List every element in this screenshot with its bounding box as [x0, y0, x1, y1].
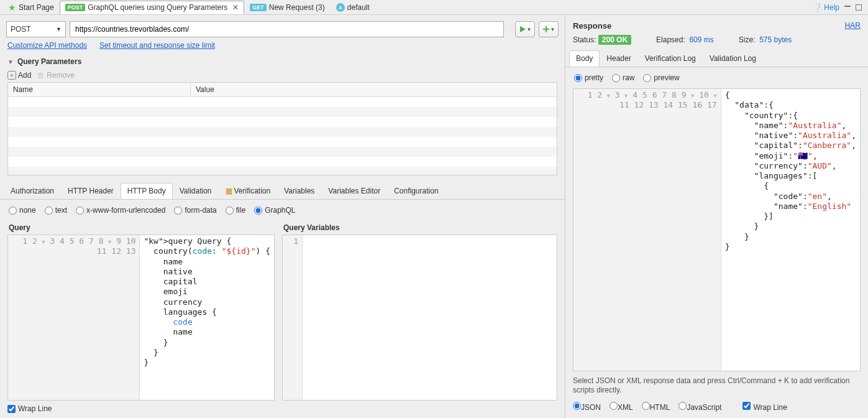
- tab-start-page[interactable]: ★ Start Page: [2, 1, 60, 14]
- help-button[interactable]: ❔ Help: [812, 2, 839, 12]
- tab-new-request[interactable]: GET New Request (3): [244, 1, 331, 14]
- url-input[interactable]: [70, 21, 504, 37]
- verification-icon: ▦: [226, 187, 232, 195]
- radio-graphql[interactable]: GraphQL: [254, 206, 295, 215]
- tab-label: New Request (3): [269, 3, 325, 12]
- tab-variables-editor[interactable]: Variables Editor: [321, 183, 387, 199]
- radio-js[interactable]: JavaScript: [678, 402, 721, 412]
- maximize-icon[interactable]: [856, 4, 862, 11]
- resp-tab-body[interactable]: Body: [569, 50, 600, 67]
- radio-pretty[interactable]: pretty: [574, 73, 603, 82]
- top-tab-bar: ★ Start Page POST GraphQL queries using …: [0, 0, 868, 15]
- har-link[interactable]: HAR: [845, 21, 861, 30]
- tab-validation[interactable]: Validation: [173, 183, 219, 199]
- column-value: Value: [191, 83, 557, 96]
- tab-label: default: [347, 3, 370, 12]
- body-type-selector: none text x-www-form-urlencoded form-dat…: [0, 200, 565, 221]
- trash-icon: 🗑: [37, 71, 45, 80]
- timeout-link[interactable]: Set timeout and response size limit: [99, 41, 215, 50]
- remove-param-button: 🗑 Remove: [37, 71, 75, 80]
- query-variables-label: Query Variables: [282, 221, 557, 235]
- hint-text: Select JSON or XML response data and pre…: [565, 371, 868, 399]
- svg-marker-0: [520, 26, 526, 32]
- resp-tab-verlog[interactable]: Verification Log: [638, 50, 703, 67]
- x-badge-icon: x: [336, 3, 345, 12]
- plus-icon: +: [7, 71, 16, 80]
- tab-configuration[interactable]: Configuration: [387, 183, 445, 199]
- response-view-selector: pretty raw preview: [565, 67, 868, 88]
- chevron-down-icon: ▼: [550, 27, 555, 32]
- star-icon: ★: [8, 2, 16, 12]
- radio-file[interactable]: file: [226, 206, 245, 215]
- radio-xwww[interactable]: x-www-form-urlencoded: [76, 206, 165, 215]
- svg-rect-2: [543, 29, 549, 30]
- radio-text[interactable]: text: [45, 206, 67, 215]
- size-info: Size: 575 bytes: [739, 35, 792, 44]
- help-icon: ❔: [812, 2, 823, 12]
- radio-json[interactable]: JSON: [573, 402, 601, 412]
- get-badge: GET: [250, 4, 267, 11]
- tab-variables[interactable]: Variables: [277, 183, 321, 199]
- resp-tab-header[interactable]: Header: [600, 50, 637, 67]
- chevron-down-icon: ▼: [527, 27, 532, 32]
- tab-http-header[interactable]: HTTP Header: [61, 183, 121, 199]
- radio-none[interactable]: none: [9, 206, 36, 215]
- response-tabs: Body Header Verification Log Validation …: [565, 50, 868, 67]
- method-select[interactable]: POST ▼: [6, 21, 66, 37]
- radio-xml[interactable]: XML: [610, 402, 633, 412]
- tab-default[interactable]: x default: [331, 1, 375, 14]
- status-info: Status: 200 OK: [573, 35, 631, 44]
- status-badge: 200 OK: [598, 35, 631, 45]
- radio-html[interactable]: HTML: [642, 402, 670, 412]
- radio-raw[interactable]: raw: [612, 73, 634, 82]
- response-title: Response: [573, 21, 611, 30]
- tab-verification[interactable]: ▦Verification: [219, 183, 278, 199]
- resp-tab-vallog[interactable]: Validation Log: [703, 50, 763, 67]
- response-format-selector: JSON XML HTML JavaScript Wrap Line: [565, 399, 868, 418]
- minimize-icon[interactable]: [844, 6, 851, 7]
- query-editor[interactable]: 1 2 ▼ 3 4 5 6 7 8 ▼ 9 10 11 12 13 "kw">q…: [7, 235, 275, 401]
- add-param-button[interactable]: + Add: [7, 71, 31, 80]
- run-button[interactable]: ▼: [515, 21, 535, 37]
- query-label: Query: [7, 221, 275, 235]
- query-parameters-header[interactable]: ▼ Query Parameters: [0, 55, 565, 68]
- chevron-down-icon: ▼: [56, 26, 62, 32]
- tab-label: GraphQL queries using Query Parameters: [88, 3, 227, 12]
- customize-methods-link[interactable]: Customize API methods: [7, 41, 87, 50]
- disclosure-icon: ▼: [7, 58, 14, 65]
- tab-http-body[interactable]: HTTP Body: [121, 183, 173, 199]
- close-icon[interactable]: ✕: [232, 3, 239, 12]
- query-variables-editor[interactable]: 1: [282, 235, 557, 401]
- radio-preview[interactable]: preview: [643, 73, 679, 82]
- add-button[interactable]: ▼: [539, 21, 559, 37]
- tab-graphql[interactable]: POST GraphQL queries using Query Paramet…: [60, 1, 245, 14]
- elapsed-info: Elapsed: 609 ms: [656, 35, 714, 44]
- query-params-table[interactable]: Name Value: [7, 82, 557, 175]
- wrap-line-response[interactable]: Wrap Line: [742, 402, 787, 412]
- tab-label: Start Page: [19, 3, 54, 12]
- response-body[interactable]: 1 2 ▼ 3 ▼ 4 5 6 7 8 9 ▼ 10 ▼ 11 12 13 14…: [573, 88, 861, 371]
- post-badge: POST: [65, 4, 86, 11]
- column-name: Name: [8, 83, 191, 96]
- tab-authorization[interactable]: Authorization: [4, 183, 61, 199]
- request-subtabs: Authorization HTTP Header HTTP Body Vali…: [0, 183, 565, 200]
- wrap-line-checkbox[interactable]: Wrap Line: [7, 404, 52, 413]
- radio-formdata[interactable]: form-data: [174, 206, 216, 215]
